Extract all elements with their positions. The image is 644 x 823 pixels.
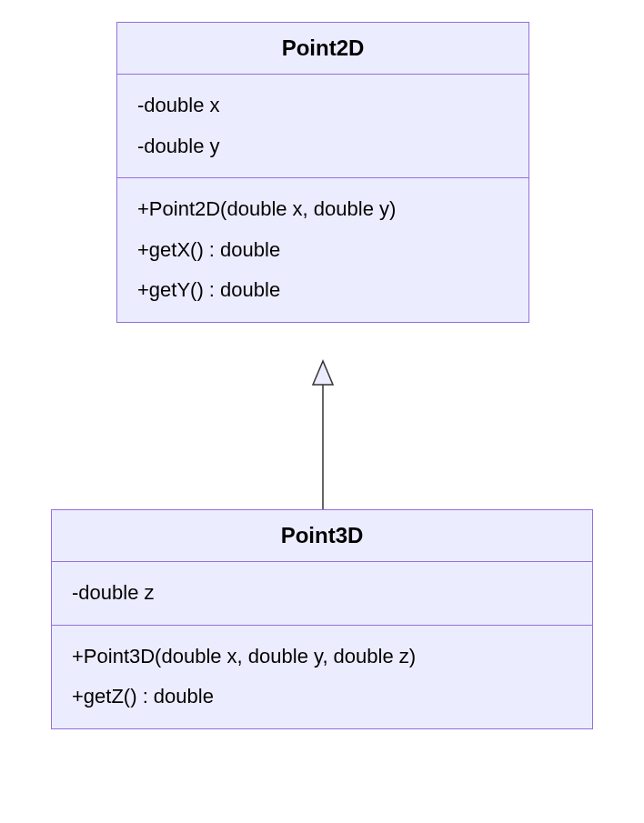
class-point3d-name: Point3D: [52, 510, 592, 562]
method-row: +getY() : double: [137, 270, 508, 311]
svg-marker-1: [313, 361, 333, 385]
class-point2d-methods: +Point2D(double x, double y) +getX() : d…: [117, 178, 528, 322]
method-row: +Point2D(double x, double y): [137, 189, 508, 230]
class-point2d-name: Point2D: [117, 23, 528, 75]
class-point3d: Point3D -double z +Point3D(double x, dou…: [51, 509, 593, 729]
method-row: +getX() : double: [137, 230, 508, 271]
inheritance-arrow-icon: [300, 359, 346, 509]
class-point2d-attributes: -double x -double y: [117, 75, 528, 178]
method-row: +Point3D(double x, double y, double z): [72, 637, 572, 677]
attribute-row: -double z: [72, 573, 572, 614]
class-point3d-attributes: -double z: [52, 562, 592, 626]
attribute-row: -double y: [137, 126, 508, 167]
uml-class-diagram: Point2D -double x -double y +Point2D(dou…: [0, 0, 644, 823]
attribute-row: -double x: [137, 85, 508, 126]
class-point2d: Point2D -double x -double y +Point2D(dou…: [116, 22, 529, 323]
method-row: +getZ() : double: [72, 677, 572, 718]
class-point3d-methods: +Point3D(double x, double y, double z) +…: [52, 626, 592, 728]
